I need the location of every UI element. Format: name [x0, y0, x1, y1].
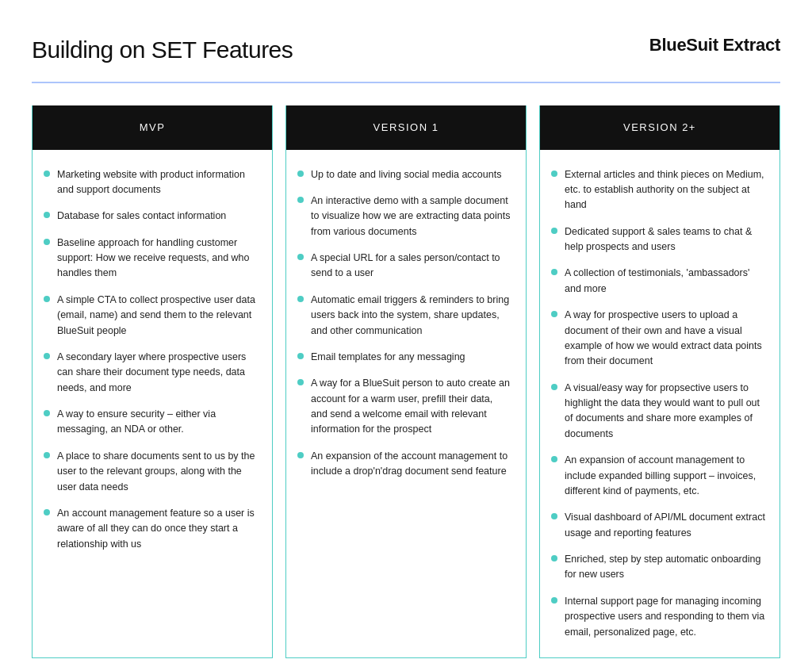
- list-item: Enriched, step by step automatic onboard…: [551, 552, 765, 583]
- list-item: Baseline approach for handling customer …: [44, 236, 258, 282]
- columns-container: MVPMarketing website with product inform…: [32, 105, 780, 658]
- list-item-text: An account management feature so a user …: [57, 506, 258, 552]
- bullet-dot-icon: [551, 311, 557, 317]
- list-item-text: External articles and think pieces on Me…: [565, 167, 765, 213]
- list-item-text: An expansion of account management to in…: [565, 453, 765, 499]
- bullet-dot-icon: [44, 452, 50, 458]
- list-item: Database for sales contact information: [44, 209, 258, 224]
- list-item: Visual dashboard of API/ML document extr…: [551, 510, 765, 541]
- column-header-0: MVP: [33, 105, 272, 150]
- bullet-dot-icon: [551, 269, 557, 275]
- list-item: A special URL for a sales person/contact…: [297, 251, 511, 282]
- list-item: A secondary layer where prospective user…: [44, 350, 258, 396]
- list-item-text: Visual dashboard of API/ML document extr…: [565, 510, 765, 541]
- bullet-dot-icon: [44, 212, 50, 218]
- bullet-dot-icon: [551, 171, 557, 177]
- bullet-dot-icon: [44, 296, 50, 302]
- column-0: MVPMarketing website with product inform…: [32, 105, 273, 658]
- list-item-text: Enriched, step by step automatic onboard…: [565, 552, 765, 583]
- list-item-text: A place to share documents sent to us by…: [57, 449, 258, 495]
- bullet-dot-icon: [44, 353, 50, 359]
- bullet-dot-icon: [297, 197, 304, 203]
- list-item-text: A special URL for a sales person/contact…: [311, 251, 511, 282]
- bullet-dot-icon: [44, 171, 50, 177]
- bullet-dot-icon: [551, 228, 557, 234]
- bullet-dot-icon: [297, 296, 304, 302]
- list-item-text: Up to date and living social media accou…: [311, 167, 501, 182]
- list-item-text: Automatic email triggers & reminders to …: [311, 293, 511, 339]
- brand-name: BlueSuit Extract: [649, 32, 780, 58]
- list-item: An expansion of the account management t…: [297, 449, 511, 480]
- list-item: A way for prospective users to upload a …: [551, 308, 765, 370]
- list-item: An interactive demo with a sample docume…: [297, 194, 511, 240]
- list-item-text: A visual/easy way for propsective users …: [565, 381, 765, 443]
- bullet-list-2: External articles and think pieces on Me…: [551, 167, 765, 640]
- bullet-dot-icon: [297, 379, 304, 385]
- column-1: VERSION 1Up to date and living social me…: [285, 105, 527, 658]
- list-item: Dedicated support & sales teams to chat …: [551, 224, 765, 255]
- column-header-1: VERSION 1: [286, 105, 526, 150]
- list-item-text: A collection of testimonials, 'ambassado…: [565, 266, 765, 297]
- list-item-text: Marketing website with product informati…: [57, 167, 258, 198]
- list-item: A way for a BlueSuit person to auto crea…: [297, 376, 511, 438]
- bullet-dot-icon: [44, 410, 50, 416]
- list-item-text: A secondary layer where prospective user…: [57, 350, 258, 396]
- bullet-list-1: Up to date and living social media accou…: [297, 167, 511, 480]
- bullet-dot-icon: [297, 254, 304, 260]
- header-divider: [32, 82, 780, 83]
- page-title: Building on SET Features: [32, 32, 293, 67]
- list-item: An expansion of account management to in…: [551, 453, 765, 499]
- column-header-2: VERSION 2+: [540, 105, 779, 150]
- bullet-dot-icon: [551, 597, 557, 604]
- column-2: VERSION 2+External articles and think pi…: [539, 105, 780, 658]
- column-body-2: External articles and think pieces on Me…: [540, 150, 779, 657]
- list-item-text: Baseline approach for handling customer …: [57, 236, 258, 282]
- list-item-text: A way to ensure security – either via me…: [57, 407, 258, 438]
- bullet-dot-icon: [551, 513, 557, 519]
- list-item: A visual/easy way for propsective users …: [551, 381, 765, 443]
- list-item: A way to ensure security – either via me…: [44, 407, 258, 438]
- bullet-dot-icon: [297, 353, 304, 359]
- list-item-text: Database for sales contact information: [57, 209, 226, 224]
- column-body-0: Marketing website with product informati…: [33, 150, 272, 657]
- bullet-dot-icon: [44, 239, 50, 245]
- list-item-text: An expansion of the account management t…: [311, 449, 511, 480]
- list-item: External articles and think pieces on Me…: [551, 167, 765, 213]
- list-item-text: An interactive demo with a sample docume…: [311, 194, 511, 240]
- list-item-text: Dedicated support & sales teams to chat …: [565, 224, 765, 255]
- bullet-dot-icon: [551, 384, 557, 390]
- list-item: A place to share documents sent to us by…: [44, 449, 258, 495]
- bullet-list-0: Marketing website with product informati…: [44, 167, 258, 553]
- list-item: Marketing website with product informati…: [44, 167, 258, 198]
- page-header: Building on SET Features BlueSuit Extrac…: [32, 32, 780, 67]
- list-item-text: Email templates for any messaging: [311, 350, 465, 365]
- list-item: Up to date and living social media accou…: [297, 167, 511, 182]
- list-item: Internal support page for managing incom…: [551, 594, 765, 640]
- list-item-text: A way for prospective users to upload a …: [565, 308, 765, 370]
- list-item-text: Internal support page for managing incom…: [565, 594, 765, 640]
- list-item: A simple CTA to collect prospective user…: [44, 293, 258, 339]
- bullet-dot-icon: [551, 555, 557, 561]
- list-item: Email templates for any messaging: [297, 350, 511, 365]
- bullet-dot-icon: [297, 452, 304, 458]
- column-body-1: Up to date and living social media accou…: [286, 150, 526, 657]
- bullet-dot-icon: [44, 509, 50, 515]
- bullet-dot-icon: [551, 456, 557, 462]
- list-item-text: A way for a BlueSuit person to auto crea…: [311, 376, 511, 438]
- list-item: A collection of testimonials, 'ambassado…: [551, 266, 765, 297]
- list-item-text: A simple CTA to collect prospective user…: [57, 293, 258, 339]
- list-item: Automatic email triggers & reminders to …: [297, 293, 511, 339]
- list-item: An account management feature so a user …: [44, 506, 258, 552]
- bullet-dot-icon: [297, 171, 304, 177]
